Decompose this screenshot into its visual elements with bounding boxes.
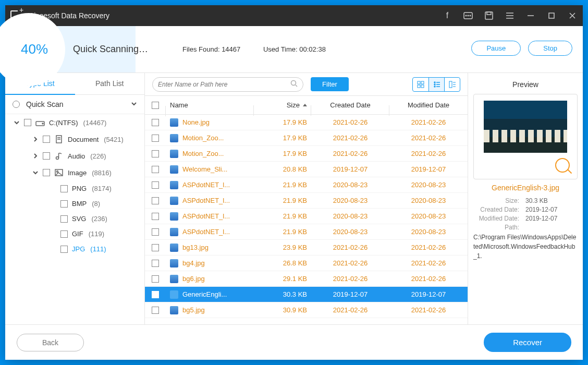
file-size: 17.9 KB — [254, 134, 311, 142]
row-checkbox[interactable] — [152, 197, 159, 204]
file-size: 21.9 KB — [254, 197, 311, 204]
svg-rect-27 — [421, 85, 424, 88]
row-checkbox[interactable] — [152, 181, 159, 189]
file-name: ASPdotNET_l... — [182, 181, 230, 189]
menu-icon[interactable] — [499, 5, 520, 26]
table-row[interactable]: Motion_Zoo...17.9 KB2021-02-262021-02-26 — [145, 130, 468, 146]
file-created: 2021-02-26 — [311, 134, 389, 142]
tree-gif[interactable]: GIF(119) — [5, 226, 144, 241]
column-size[interactable]: Size — [254, 101, 311, 109]
row-checkbox[interactable] — [152, 260, 159, 267]
checkbox[interactable] — [60, 200, 68, 208]
svg-rect-24 — [418, 81, 420, 84]
file-size: 17.9 KB — [254, 150, 311, 157]
view-list-button[interactable] — [428, 78, 444, 91]
view-grid-button[interactable] — [413, 78, 428, 91]
file-modified: 2021-02-26 — [389, 259, 468, 267]
tab-path-list[interactable]: Path List — [75, 73, 145, 95]
back-button[interactable]: Back — [17, 334, 84, 351]
file-created: 2021-02-26 — [311, 150, 389, 157]
file-icon — [170, 181, 178, 189]
file-size: 20.8 KB — [254, 165, 311, 173]
preview-panel: Preview GenericEnglish-3.jpg Size:30.3 K… — [468, 73, 583, 324]
row-checkbox[interactable] — [152, 135, 159, 142]
tree-drive[interactable]: C:(NTFS) (14467) — [5, 114, 144, 131]
file-modified: 2021-02-26 — [389, 244, 468, 251]
stop-button[interactable]: Stop — [528, 41, 572, 56]
tree-jpg[interactable]: JPG(111) — [5, 241, 144, 257]
table-row[interactable]: ASPdotNET_l...21.9 KB2020-08-232020-08-2… — [145, 224, 468, 240]
chevron-right-icon — [32, 137, 39, 142]
file-icon — [170, 259, 178, 267]
table-row[interactable]: ASPdotNET_l...21.9 KB2020-08-232020-08-2… — [145, 209, 468, 224]
svg-line-23 — [296, 85, 297, 87]
row-checkbox[interactable] — [152, 150, 159, 157]
file-size: 29.1 KB — [254, 275, 311, 283]
table-row[interactable]: bg6.jpg29.1 KB2021-02-262021-02-26 — [145, 271, 468, 287]
tree-image[interactable]: Image (8816) — [5, 164, 144, 181]
zoom-icon[interactable] — [555, 158, 570, 173]
file-created: 2020-08-23 — [311, 212, 389, 220]
chevron-down-icon — [131, 100, 137, 108]
table-row[interactable]: None.jpg17.9 KB2021-02-262021-02-26 — [145, 115, 468, 130]
view-detail-button[interactable] — [444, 78, 460, 91]
checkbox[interactable] — [60, 246, 68, 253]
table-row[interactable]: bg13.jpg23.9 KB2021-02-262021-02-26 — [145, 240, 468, 256]
search-field[interactable] — [158, 81, 290, 88]
tree-document-count: (5421) — [104, 136, 124, 143]
svg-point-28 — [434, 82, 435, 83]
facebook-icon[interactable]: f — [437, 5, 458, 26]
table-row[interactable]: Welcome_Sli...20.8 KB2019-12-072019-12-0… — [145, 162, 468, 177]
checkbox[interactable] — [60, 185, 68, 192]
table-row[interactable]: bg4.jpg26.8 KB2021-02-262021-02-26 — [145, 256, 468, 271]
table-row[interactable]: GenericEngli...30.3 KB2019-12-072019-12-… — [145, 287, 468, 302]
tree-bmp[interactable]: BMP(8) — [5, 196, 144, 211]
filter-button[interactable]: Filter — [311, 77, 349, 91]
column-name[interactable]: Name — [166, 101, 254, 109]
file-icon — [170, 228, 178, 236]
tree-drive-count: (14467) — [83, 119, 107, 127]
scan-percent: 40% — [21, 41, 57, 57]
save-icon[interactable] — [479, 5, 499, 26]
row-checkbox[interactable] — [152, 291, 159, 298]
checkbox[interactable] — [60, 230, 68, 238]
row-checkbox[interactable] — [152, 244, 159, 251]
row-checkbox[interactable] — [152, 119, 159, 126]
table-row[interactable]: ASPdotNET_l...21.9 KB2020-08-232020-08-2… — [145, 177, 468, 193]
tree-document[interactable]: Document (5421) — [5, 131, 144, 148]
file-modified: 2020-08-23 — [389, 181, 468, 189]
table-row[interactable]: bg5.jpg30.9 KB2021-02-262021-02-26 — [145, 302, 468, 318]
checkbox[interactable] — [60, 215, 68, 223]
preview-modified-label: Modified Date: — [473, 215, 519, 222]
checkbox[interactable] — [24, 119, 31, 126]
column-modified[interactable]: Modified Date — [389, 101, 468, 109]
pause-button[interactable]: Pause — [471, 41, 521, 56]
tree-bmp-label: BMP — [72, 200, 87, 208]
svg-point-14 — [42, 123, 43, 124]
row-checkbox[interactable] — [152, 228, 159, 236]
select-all-checkbox[interactable] — [152, 102, 159, 109]
message-icon[interactable] — [458, 5, 479, 26]
recover-button[interactable]: Recover — [484, 333, 571, 352]
file-name: bg4.jpg — [182, 259, 205, 267]
row-checkbox[interactable] — [152, 275, 159, 283]
column-created[interactable]: Created Date — [311, 101, 389, 109]
row-checkbox[interactable] — [152, 307, 159, 314]
quick-scan-label: Quick Scan — [26, 100, 64, 108]
quick-scan-row[interactable]: Quick Scan — [5, 95, 144, 114]
search-input[interactable] — [152, 77, 303, 92]
close-button[interactable] — [562, 5, 583, 26]
checkbox[interactable] — [43, 136, 50, 143]
row-checkbox[interactable] — [152, 166, 159, 173]
checkbox[interactable] — [43, 169, 50, 176]
tree-audio[interactable]: Audio (226) — [5, 148, 144, 164]
tree-png[interactable]: PNG(8174) — [5, 181, 144, 196]
checkbox[interactable] — [43, 152, 50, 160]
minimize-button[interactable] — [520, 5, 541, 26]
file-modified: 2019-12-07 — [389, 165, 468, 173]
maximize-button[interactable] — [541, 5, 562, 26]
table-row[interactable]: Motion_Zoo...17.9 KB2021-02-262021-02-26 — [145, 146, 468, 162]
tree-svg[interactable]: SVG(236) — [5, 211, 144, 226]
table-row[interactable]: ASPdotNET_l...21.9 KB2020-08-232020-08-2… — [145, 193, 468, 209]
row-checkbox[interactable] — [152, 213, 159, 220]
